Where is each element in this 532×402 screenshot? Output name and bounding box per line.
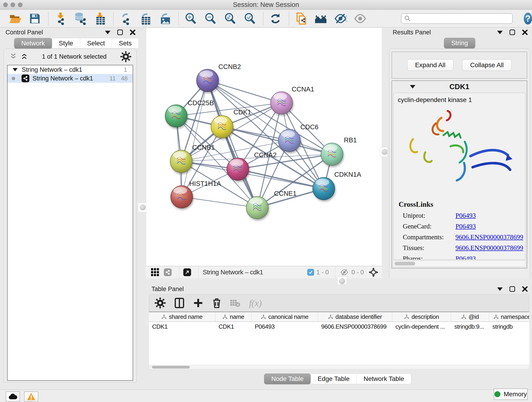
- close-panel-icon[interactable]: [522, 29, 528, 35]
- function-builder-icon[interactable]: f(x): [249, 298, 262, 308]
- crosslink-link[interactable]: 9606.ENSP00000378699: [456, 233, 523, 241]
- export-image-icon[interactable]: [158, 12, 171, 25]
- table-cell[interactable]: stringdb:9...: [451, 322, 489, 332]
- column-header-canonical-name[interactable]: canonical name: [252, 312, 318, 322]
- node-cdkn1a[interactable]: [313, 177, 335, 200]
- table-options-gear-icon[interactable]: [155, 298, 166, 308]
- zoom-selected-icon[interactable]: [243, 12, 256, 25]
- import-network-from-database-icon[interactable]: [74, 12, 87, 25]
- float-panel-icon[interactable]: [117, 30, 123, 35]
- left-splitter[interactable]: [140, 27, 146, 390]
- zoom-in-icon[interactable]: [184, 12, 197, 25]
- add-column-icon[interactable]: [193, 298, 203, 308]
- detach-view-icon[interactable]: [183, 268, 191, 276]
- tab-sets[interactable]: Sets: [112, 38, 139, 49]
- node-cdk1[interactable]: [211, 115, 233, 138]
- node-hist1h1a[interactable]: [171, 186, 193, 208]
- home-icon[interactable]: [314, 12, 327, 25]
- export-network-icon[interactable]: [119, 12, 132, 25]
- collapse-all-icon[interactable]: [9, 53, 17, 60]
- minimize-window-button[interactable]: [11, 2, 15, 7]
- grid-view-icon[interactable]: [150, 267, 160, 277]
- export-table-icon[interactable]: [139, 12, 152, 25]
- refresh-view-icon[interactable]: [269, 12, 282, 25]
- node-cdc6[interactable]: [278, 129, 300, 152]
- node-ccnb2[interactable]: [196, 69, 219, 92]
- protein-details-scrollbar[interactable]: [393, 261, 525, 267]
- node-ccne1[interactable]: [246, 196, 268, 219]
- tab-style[interactable]: Style: [52, 38, 80, 49]
- open-session-icon[interactable]: [9, 12, 22, 25]
- table-cell[interactable]: stringdb: [489, 322, 529, 332]
- close-panel-icon[interactable]: [522, 286, 528, 292]
- crosslink-link[interactable]: P06493: [456, 255, 476, 260]
- tab-network-table[interactable]: Network Table: [357, 374, 411, 384]
- node-cdc25b[interactable]: [165, 105, 187, 127]
- node-rb1[interactable]: [321, 143, 343, 166]
- protein-section-header[interactable]: CDK1: [392, 81, 527, 92]
- table-cell[interactable]: P06493: [252, 322, 318, 332]
- memory-button[interactable]: Memory: [494, 389, 528, 400]
- network-canvas[interactable]: CCNB2CCNA1CDC25BCDK1CDC6RB1CCNB1CCNA2CDK…: [146, 27, 382, 266]
- warning-status-button[interactable]: [24, 391, 38, 402]
- node-ccna2[interactable]: [227, 158, 249, 180]
- crosslink-link[interactable]: P06493: [456, 223, 476, 230]
- tab-network[interactable]: Network: [14, 38, 52, 49]
- help-button[interactable]: ?: [524, 13, 532, 25]
- edge-ccnb2-ccna1[interactable]: [208, 80, 282, 103]
- expand-all-button[interactable]: Expand All: [407, 59, 453, 71]
- close-window-button[interactable]: [3, 2, 8, 7]
- table-row[interactable]: CDK1CDK1P064939606.ENSP00000378699cyclin…: [149, 322, 529, 332]
- copy-document-icon[interactable]: [295, 12, 307, 25]
- edge-hist1h1a-ccne1[interactable]: [182, 197, 257, 208]
- node-ccna1[interactable]: [271, 92, 293, 114]
- crosslink-link[interactable]: 9606.ENSP00000378699: [456, 244, 523, 252]
- tab-edge-table[interactable]: Edge Table: [311, 374, 357, 384]
- panel-menu-icon[interactable]: [497, 287, 503, 291]
- delete-table-icon[interactable]: [230, 299, 240, 307]
- scrollbar-thumb[interactable]: [152, 366, 190, 369]
- horizontal-splitter[interactable]: [146, 278, 532, 284]
- tab-string[interactable]: String: [444, 38, 475, 48]
- edge-ccnb2-hist1h1a[interactable]: [182, 80, 208, 197]
- network-options-gear-icon[interactable]: [120, 51, 131, 62]
- column-header-namespace[interactable]: namespace: [489, 312, 529, 322]
- tab-select[interactable]: Select: [80, 38, 112, 49]
- cloud-status-button[interactable]: [6, 391, 20, 402]
- network-view-share-icon[interactable]: [164, 268, 172, 276]
- network-collection-row[interactable]: String Network – cdk1 1: [7, 65, 133, 74]
- import-network-from-file-icon[interactable]: [54, 12, 67, 25]
- collapse-all-button[interactable]: Collapse All: [462, 59, 512, 71]
- zoom-fit-content-icon[interactable]: [224, 12, 236, 25]
- show-eye-icon[interactable]: [354, 12, 367, 25]
- center-view-crosshair-icon[interactable]: [368, 267, 379, 277]
- tab-node-table[interactable]: Node Table: [264, 374, 311, 384]
- hide-selected-eye-icon[interactable]: [334, 12, 347, 25]
- right-splitter[interactable]: [382, 27, 387, 278]
- table-cell[interactable]: 9606.ENSP00000378699: [318, 322, 392, 332]
- column-header-shared-name[interactable]: shared name: [149, 312, 215, 322]
- float-panel-icon[interactable]: [510, 30, 515, 35]
- table-cell[interactable]: cyclin-dependent ...: [392, 322, 451, 332]
- search-field[interactable]: [401, 13, 513, 24]
- column-header-description[interactable]: description: [392, 312, 451, 322]
- edge-ccna2-cdkn1a[interactable]: [238, 169, 324, 189]
- search-input[interactable]: [413, 15, 510, 22]
- table-horizontal-scrollbar[interactable]: [149, 365, 529, 370]
- save-session-icon[interactable]: [28, 12, 41, 25]
- show-columns-icon[interactable]: [174, 298, 184, 308]
- tree-expander-icon[interactable]: [13, 68, 18, 71]
- column-header-@id[interactable]: @id: [451, 312, 489, 322]
- import-table-from-file-icon[interactable]: [94, 12, 106, 25]
- float-panel-icon[interactable]: [510, 286, 515, 292]
- hidden-eye-icon[interactable]: [340, 268, 349, 276]
- column-header-name[interactable]: name: [215, 312, 252, 322]
- network-row[interactable]: String Network – cdk1 11 48: [7, 74, 133, 83]
- panel-menu-icon[interactable]: [105, 31, 110, 34]
- panel-menu-icon[interactable]: [497, 31, 503, 34]
- section-collapse-icon[interactable]: [410, 85, 415, 89]
- table-cell[interactable]: CDK1: [215, 322, 252, 332]
- crosslink-link[interactable]: P06493: [456, 212, 476, 219]
- zoom-window-button[interactable]: [18, 2, 22, 7]
- expand-all-icon[interactable]: [20, 53, 28, 60]
